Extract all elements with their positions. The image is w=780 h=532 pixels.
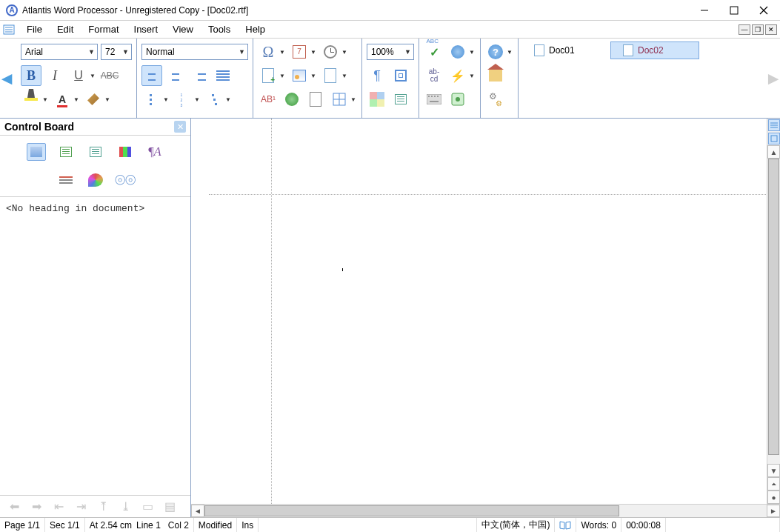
- font-family-combo[interactable]: Arial▼: [21, 44, 98, 60]
- minimize-button[interactable]: [690, 1, 719, 20]
- cb-headings-tab[interactable]: [27, 143, 46, 161]
- time-button[interactable]: [320, 41, 341, 62]
- picture-button[interactable]: [289, 65, 310, 86]
- menu-tools[interactable]: Tools: [201, 21, 238, 37]
- status-book-icon[interactable]: [555, 518, 576, 532]
- cb-sections-tab[interactable]: [56, 143, 76, 161]
- underline-dropdown[interactable]: ▼: [89, 73, 96, 79]
- numbered-list-dropdown[interactable]: ▼: [193, 96, 201, 103]
- font-color-button[interactable]: A: [52, 89, 73, 110]
- cb-nav-up[interactable]: ⤒: [93, 499, 113, 515]
- table-button[interactable]: [329, 89, 350, 110]
- cb-nav-outdent[interactable]: ⇤: [49, 499, 68, 515]
- field-button[interactable]: [320, 65, 341, 86]
- control-board-close-button[interactable]: ✕: [174, 121, 186, 133]
- toolbar-scroll-left[interactable]: ◄: [0, 68, 13, 89]
- symbol-dropdown[interactable]: ▼: [279, 49, 286, 56]
- cb-styles-tab[interactable]: ¶A: [145, 143, 164, 161]
- options-button[interactable]: [485, 89, 506, 110]
- underline-button[interactable]: U: [68, 65, 89, 86]
- align-center-button[interactable]: [165, 65, 186, 86]
- bullet-list-dropdown[interactable]: ▼: [162, 96, 170, 103]
- autocorrect-button[interactable]: [447, 41, 468, 62]
- menu-file[interactable]: File: [19, 21, 50, 37]
- menu-format[interactable]: Format: [81, 21, 126, 37]
- help-dropdown[interactable]: ▼: [506, 49, 513, 56]
- lightning-dropdown[interactable]: ▼: [468, 73, 476, 79]
- menu-view[interactable]: View: [165, 21, 201, 37]
- status-modified[interactable]: Modified: [194, 518, 237, 532]
- toolbar-scroll-right[interactable]: ►: [767, 68, 780, 89]
- align-justify-button[interactable]: [213, 65, 233, 86]
- home-button[interactable]: [485, 65, 506, 86]
- format-brush-button[interactable]: [83, 89, 104, 110]
- font-size-combo[interactable]: 72▼: [101, 44, 132, 60]
- format-brush-dropdown[interactable]: ▼: [104, 96, 111, 103]
- cb-bookmarks-tab[interactable]: [86, 143, 105, 161]
- time-dropdown[interactable]: ▼: [341, 49, 348, 56]
- strikethrough-button[interactable]: ABC: [99, 65, 120, 86]
- italic-button[interactable]: I: [44, 65, 65, 86]
- close-button[interactable]: [749, 1, 779, 20]
- cb-palette-tab[interactable]: [86, 171, 105, 189]
- fullscreen-button[interactable]: [390, 65, 411, 86]
- doc-tab-1[interactable]: Doc01: [521, 41, 610, 59]
- status-words[interactable]: Words: 0: [576, 518, 621, 532]
- status-section[interactable]: Sec 1/1: [45, 518, 85, 532]
- date-button[interactable]: [289, 41, 310, 62]
- status-at[interactable]: At 2.54 cm: [85, 518, 133, 532]
- lightning-button[interactable]: ⚡: [447, 65, 468, 86]
- scroll-thumb[interactable]: [768, 159, 779, 455]
- status-language[interactable]: 中文(简体，中国): [477, 518, 555, 532]
- ruler-toggle-icon[interactable]: [768, 119, 780, 131]
- cb-nav-forward[interactable]: ➡: [27, 499, 46, 515]
- new-page-dropdown[interactable]: ▼: [279, 73, 286, 79]
- cb-nav-back[interactable]: ⬅: [4, 499, 24, 515]
- symbol-button[interactable]: Ω: [258, 41, 279, 62]
- maximize-button[interactable]: [719, 1, 749, 20]
- keyboard-button[interactable]: [424, 89, 444, 110]
- date-dropdown[interactable]: ▼: [310, 49, 317, 56]
- bold-button[interactable]: B: [21, 65, 41, 86]
- zoom-combo[interactable]: 100%▼: [367, 44, 414, 60]
- status-line[interactable]: Line 1: [133, 518, 164, 532]
- scroll-up-button[interactable]: ▲: [767, 145, 780, 159]
- color-panes-button[interactable]: [367, 89, 387, 110]
- field-dropdown[interactable]: ▼: [341, 73, 348, 79]
- cb-clips-tab[interactable]: ⦾⦾: [116, 171, 135, 189]
- style-combo[interactable]: Normal▼: [141, 44, 248, 60]
- status-col[interactable]: Col 2: [164, 518, 194, 532]
- status-insert-mode[interactable]: Ins: [237, 518, 259, 532]
- document-map-button[interactable]: [390, 89, 411, 110]
- menu-insert[interactable]: Insert: [127, 21, 166, 37]
- scroll-down-button[interactable]: ▼: [767, 464, 780, 477]
- cb-format-tab[interactable]: [56, 171, 76, 189]
- cb-nav-expand[interactable]: ▤: [160, 499, 179, 515]
- mdi-close-button[interactable]: ✕: [765, 24, 777, 35]
- scroll-right-button[interactable]: ►: [767, 505, 780, 517]
- bookmark-button[interactable]: [305, 89, 326, 110]
- align-left-button[interactable]: [141, 65, 162, 86]
- hyperlink-button[interactable]: [281, 89, 302, 110]
- safe-button[interactable]: [447, 89, 468, 110]
- highlight-dropdown[interactable]: ▼: [41, 96, 49, 103]
- scroll-track[interactable]: [767, 159, 780, 464]
- status-page[interactable]: Page 1/1: [0, 518, 45, 532]
- table-dropdown[interactable]: ▼: [350, 96, 357, 103]
- picture-dropdown[interactable]: ▼: [310, 73, 317, 79]
- mdi-restore-button[interactable]: ❐: [752, 24, 764, 35]
- doc-tab-2[interactable]: Doc02: [610, 41, 699, 59]
- status-timer[interactable]: 00:00:08: [621, 518, 666, 532]
- spellcheck-button[interactable]: ✓: [424, 41, 444, 62]
- cb-nav-indent[interactable]: ⇥: [71, 499, 90, 515]
- highlight-button[interactable]: [21, 89, 41, 110]
- hyphenation-button[interactable]: ab- cd: [424, 65, 444, 86]
- cb-nav-collapse[interactable]: ▭: [138, 499, 157, 515]
- footnote-button[interactable]: AB¹: [258, 89, 279, 110]
- scroll-left-button[interactable]: ◄: [191, 505, 204, 517]
- mdi-minimize-button[interactable]: —: [739, 24, 750, 35]
- font-color-dropdown[interactable]: ▼: [73, 96, 80, 103]
- document-canvas[interactable]: [191, 119, 767, 517]
- hscroll-thumb[interactable]: [204, 505, 619, 516]
- pilcrow-button[interactable]: ¶: [367, 65, 387, 86]
